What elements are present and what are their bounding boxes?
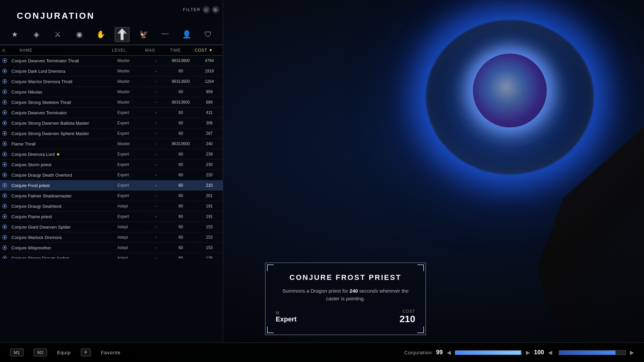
key-m1[interactable]: M1 [10, 349, 23, 356]
spell-row[interactable]: Flame Thrall Master - 86313600 240 [0, 139, 223, 149]
svg-point-41 [4, 257, 5, 258]
spell-icon [0, 223, 9, 231]
hand-icon[interactable]: ✋ [93, 27, 108, 42]
spell-name: Conjure Dwarven Terminator Thrall [9, 57, 115, 65]
spell-row[interactable]: Conjure Dremora Lord★ Expert - 60 239 [0, 149, 223, 160]
spell-name: Conjure Giant Dwarven Spider [9, 223, 115, 231]
favorite-label: Favorite [101, 350, 121, 355]
spell-row[interactable]: Conjure Strong Skeleton Thrall Master - … [0, 97, 223, 108]
settings-icon[interactable]: ⚙ [212, 6, 219, 13]
spell-icon [0, 212, 9, 221]
spell-row[interactable]: Conjure Storm priest Expert - 60 230 [0, 160, 223, 170]
spell-row[interactable]: Conjure Warrior Dremora Thrall Master - … [0, 76, 223, 87]
desc-prefix: Summons a Dragon priest for [282, 288, 350, 294]
spell-icon [0, 243, 9, 252]
spell-level: Master [115, 88, 146, 96]
restoration-shield-icon[interactable]: 🛡 [201, 27, 215, 42]
spell-row[interactable]: Conjure Frost priest Expert - 60 210 [0, 180, 223, 191]
spell-time: 60 [166, 88, 196, 96]
spell-name: Conjure Falmer Shadowmaster [9, 192, 115, 200]
spell-cost: 959 [196, 88, 223, 96]
bottom-bar: M1 M2 Equip F Favorite Conjuration 99 ◀ … [0, 343, 644, 362]
spell-row[interactable]: Conjure Dwarven Terminator Expert - 60 4… [0, 108, 223, 118]
spell-name: Conjure Warlock Dremora [9, 234, 115, 241]
spell-row[interactable]: Conjure Wispmother Adept - 60 153 [0, 243, 223, 253]
corner-decoration-br [417, 326, 424, 333]
spell-name: Conjure Strong Skeleton Thrall [9, 99, 115, 106]
skill-decrease-arrow[interactable]: ◀ [447, 349, 451, 356]
sword-icon[interactable]: ⚔ [50, 27, 65, 42]
spell-icon [0, 160, 9, 169]
spell-icon [0, 108, 9, 117]
spell-row[interactable]: Conjure Giant Dwarven Spider Adept - 60 … [0, 222, 223, 232]
spell-level: Adept [115, 202, 146, 210]
spell-cost: 191 [196, 202, 223, 210]
spell-level: Adept [115, 234, 146, 241]
spell-mag: - [146, 109, 166, 116]
spell-mag: - [146, 88, 166, 96]
spell-row[interactable]: Conjure Warlock Dremora Adept - 60 153 [0, 232, 223, 243]
key-m2[interactable]: M2 [34, 349, 47, 356]
spell-cost: 191 [196, 213, 223, 220]
svg-point-9 [4, 91, 5, 93]
spell-time: 60 [166, 150, 196, 158]
spell-row[interactable]: Conjure Draugr Death Overlord Expert - 6… [0, 170, 223, 180]
svg-point-3 [4, 60, 5, 61]
spell-mag: - [146, 244, 166, 251]
magic-book-icon[interactable]: ◈ [29, 27, 44, 42]
illusion-icon[interactable]: 〰 [158, 27, 172, 42]
desc-highlight: 240 [350, 288, 358, 294]
spell-cost: 153 [196, 244, 223, 251]
spell-time: 60 [166, 109, 196, 116]
spell-row[interactable]: Conjure Strong Draugr Archer Adept - 60 … [0, 253, 223, 258]
alteration-icon[interactable]: 🦅 [136, 27, 151, 42]
spell-icon [0, 119, 9, 127]
skill-xp-arrows-right[interactable]: ▶ [630, 349, 634, 356]
spell-mag: - [146, 192, 166, 199]
spell-cost: 220 [196, 171, 223, 179]
spell-level: Master [115, 99, 146, 106]
spell-row[interactable]: Conjure Flame priest Expert - 60 191 [0, 212, 223, 222]
spell-name: Conjure Draugr Death Overlord [9, 171, 115, 179]
spell-mag: - [146, 78, 166, 85]
spell-row[interactable]: Conjure Dwarven Terminator Thrall Master… [0, 56, 223, 66]
header-cost: COST ▼ [191, 47, 217, 54]
spell-name: Flame Thrall [9, 140, 115, 148]
binoculars-icon[interactable]: ◉ [72, 27, 87, 42]
favorites-tab-icon[interactable]: ★ [7, 27, 22, 42]
spell-name: Conjure Warrior Dremora Thrall [9, 78, 115, 85]
conjuration-icon[interactable] [115, 27, 129, 42]
svg-point-25 [4, 174, 5, 176]
header-icon-col: ⊙ [0, 47, 9, 54]
spell-level: Expert [115, 161, 146, 168]
spell-cost: 230 [196, 161, 223, 168]
key-f[interactable]: F [81, 349, 91, 356]
filter-circle-icon[interactable]: ⊙ [203, 6, 210, 13]
spell-row[interactable]: Conjure Falmer Shadowmaster Expert - 60 … [0, 191, 223, 201]
spell-row[interactable]: Conjure Strong Dwarven Ballista Master E… [0, 118, 223, 128]
skill-increase-arrow[interactable]: ▶ [526, 349, 530, 356]
skill-xp-arrows-left[interactable]: ◀ [548, 349, 552, 356]
spell-row[interactable]: Conjure Strong Dwarven Sphere Master Exp… [0, 128, 223, 139]
spell-detail-description: Summons a Dragon priest for 240 seconds … [276, 287, 415, 302]
category-icon-bar: ★ ◈ ⚔ ◉ ✋ 🦅 〰 👤 🛡 [0, 24, 223, 45]
spell-icon [0, 150, 9, 159]
spell-row[interactable]: Conjure Draugr Deathlord Adept - 60 191 [0, 201, 223, 212]
spell-time: 60 [166, 254, 196, 258]
spell-mag: - [146, 182, 166, 189]
spell-mag: - [146, 99, 166, 106]
svg-point-23 [4, 164, 5, 165]
skill-target-value: 100 [534, 349, 544, 356]
spell-name: Conjure Flame priest [9, 213, 115, 221]
spell-mag: - [146, 130, 166, 137]
destruction-icon[interactable]: 👤 [179, 27, 194, 42]
spell-cost: 1264 [196, 78, 223, 85]
svg-point-17 [4, 132, 5, 134]
spell-row[interactable]: Conjure Nikolas Master - 60 959 [0, 87, 223, 97]
spell-time: 60 [166, 202, 196, 210]
skill-name: Conjuration [404, 350, 432, 355]
spell-row[interactable]: Conjure Dark Lord Dremora Master - 60 19… [0, 66, 223, 76]
svg-point-11 [4, 101, 5, 103]
spell-mag: - [146, 234, 166, 241]
spell-time: 86313600 [166, 78, 196, 85]
